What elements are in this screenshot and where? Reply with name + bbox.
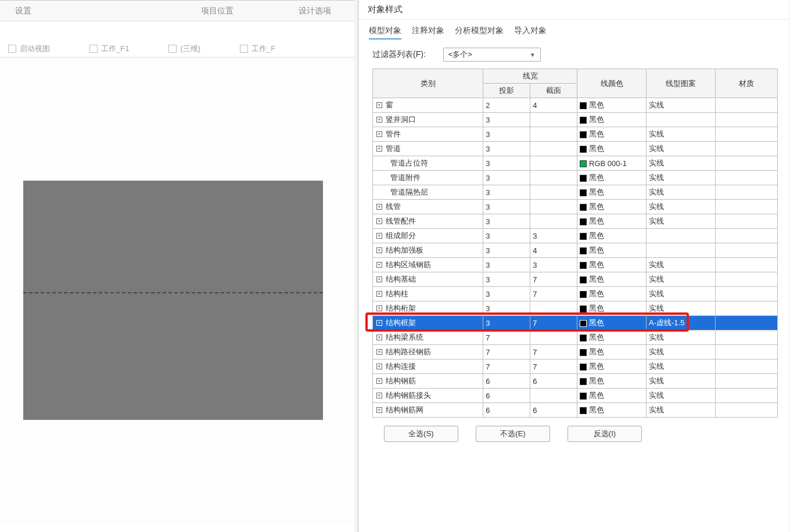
cell-pattern[interactable] [646, 243, 715, 258]
cell-projection[interactable]: 7 [483, 330, 530, 345]
expand-icon[interactable]: + [376, 117, 382, 123]
doc-tab-start-view[interactable]: 启动视图 [0, 40, 58, 57]
cell-line-color[interactable]: 黑色 [577, 272, 647, 287]
cell-line-color[interactable]: 黑色 [577, 301, 647, 316]
cell-line-color[interactable]: 黑色 [577, 142, 647, 156]
cell-line-color[interactable]: 黑色 [577, 127, 647, 142]
ribbon-tab-settings[interactable]: 设置 [0, 6, 46, 16]
header-material[interactable]: 材质 [715, 69, 777, 98]
cell-material[interactable] [715, 156, 777, 171]
cell-line-color[interactable]: RGB 000-1 [577, 156, 647, 171]
cell-projection[interactable]: 7 [483, 360, 530, 374]
expand-icon[interactable]: + [376, 218, 382, 224]
cell-projection[interactable]: 6 [483, 374, 530, 389]
cell-section[interactable]: 4 [530, 98, 577, 113]
cell-projection[interactable]: 3 [483, 127, 530, 142]
cell-material[interactable] [715, 374, 777, 389]
table-row[interactable]: +结构钢筋网66黑色实线 [373, 403, 778, 418]
cell-pattern[interactable]: 实线 [646, 214, 715, 229]
cell-line-color[interactable]: 黑色 [577, 330, 647, 345]
expand-icon[interactable]: + [376, 320, 382, 326]
cell-section[interactable] [530, 185, 577, 200]
expand-icon[interactable]: + [376, 305, 382, 311]
cell-pattern[interactable]: 实线 [646, 301, 715, 316]
cell-section[interactable]: 4 [530, 243, 577, 258]
cell-projection[interactable]: 3 [483, 243, 530, 258]
expand-icon[interactable]: + [376, 146, 382, 152]
cell-pattern[interactable]: A-虚线-1.5 [646, 316, 715, 330]
cell-projection[interactable]: 3 [483, 113, 530, 127]
cell-projection[interactable]: 3 [483, 316, 530, 330]
header-lineweight[interactable]: 线宽 [483, 69, 577, 84]
cell-section[interactable]: 3 [530, 258, 577, 272]
cell-material[interactable] [715, 287, 777, 301]
table-row[interactable]: +线管3黑色实线 [373, 200, 778, 214]
cell-line-color[interactable]: 黑色 [577, 389, 647, 403]
cell-material[interactable] [715, 389, 777, 403]
cell-section[interactable] [530, 330, 577, 345]
cell-material[interactable] [715, 330, 777, 345]
expand-icon[interactable]: + [376, 291, 382, 297]
cell-pattern[interactable]: 实线 [646, 142, 715, 156]
cell-section[interactable] [530, 200, 577, 214]
doc-tab-work-f1[interactable]: 工作_F1 [81, 40, 137, 57]
table-row[interactable]: 管道占位符3RGB 000-1实线 [373, 156, 778, 171]
header-category[interactable]: 类别 [373, 69, 483, 98]
expand-icon[interactable]: + [376, 102, 382, 108]
cell-line-color[interactable]: 黑色 [577, 287, 647, 301]
table-row[interactable]: +管件3黑色实线 [373, 127, 778, 142]
header-projection[interactable]: 投影 [483, 84, 530, 98]
cell-material[interactable] [715, 127, 777, 142]
cell-section[interactable] [530, 214, 577, 229]
table-row[interactable]: +结构框架37黑色A-虚线-1.5 [373, 316, 778, 330]
cell-projection[interactable]: 3 [483, 214, 530, 229]
tab-import-objects[interactable]: 导入对象 [514, 26, 547, 39]
canvas-area[interactable] [0, 59, 354, 523]
table-row[interactable]: +线管配件3黑色实线 [373, 214, 778, 229]
cell-material[interactable] [715, 403, 777, 418]
doc-tab-3d[interactable]: {三维} [160, 40, 209, 57]
select-none-button[interactable]: 不选(E) [476, 426, 550, 442]
cell-pattern[interactable]: 实线 [646, 330, 715, 345]
cell-pattern[interactable]: 实线 [646, 200, 715, 214]
ribbon-tab-design-options[interactable]: 设计选项 [283, 6, 346, 16]
table-row[interactable]: +结构路径钢筋77黑色实线 [373, 345, 778, 360]
cell-line-color[interactable]: 黑色 [577, 374, 647, 389]
cell-section[interactable] [530, 171, 577, 185]
cell-pattern[interactable]: 实线 [646, 98, 715, 113]
cell-material[interactable] [715, 98, 777, 113]
table-row[interactable]: +结构钢筋接头6黑色实线 [373, 389, 778, 403]
cell-section[interactable] [530, 113, 577, 127]
cell-line-color[interactable]: 黑色 [577, 258, 647, 272]
cell-material[interactable] [715, 258, 777, 272]
cell-pattern[interactable] [646, 113, 715, 127]
cell-line-color[interactable]: 黑色 [577, 360, 647, 374]
expand-icon[interactable]: + [376, 378, 382, 384]
cell-material[interactable] [715, 142, 777, 156]
cell-section[interactable] [530, 301, 577, 316]
cell-projection[interactable]: 3 [483, 156, 530, 171]
cell-projection[interactable]: 3 [483, 287, 530, 301]
cell-pattern[interactable]: 实线 [646, 403, 715, 418]
cell-line-color[interactable]: 黑色 [577, 214, 647, 229]
cell-material[interactable] [715, 301, 777, 316]
cell-projection[interactable]: 7 [483, 345, 530, 360]
cell-line-color[interactable]: 黑色 [577, 171, 647, 185]
expand-icon[interactable]: + [376, 262, 382, 268]
cell-pattern[interactable]: 实线 [646, 156, 715, 171]
cell-pattern[interactable]: 实线 [646, 171, 715, 185]
cell-material[interactable] [715, 185, 777, 200]
expand-icon[interactable]: + [376, 247, 382, 253]
cell-section[interactable]: 7 [530, 360, 577, 374]
cell-pattern[interactable] [646, 229, 715, 243]
table-row[interactable]: 管道附件3黑色实线 [373, 171, 778, 185]
expand-icon[interactable]: + [376, 364, 382, 369]
cell-pattern[interactable]: 实线 [646, 345, 715, 360]
cell-section[interactable] [530, 142, 577, 156]
table-row[interactable]: +结构基础37黑色实线 [373, 272, 778, 287]
cell-material[interactable] [715, 316, 777, 330]
ribbon-tab-location[interactable]: 项目位置 [186, 6, 249, 16]
cell-material[interactable] [715, 200, 777, 214]
cell-material[interactable] [715, 171, 777, 185]
cell-projection[interactable]: 3 [483, 171, 530, 185]
